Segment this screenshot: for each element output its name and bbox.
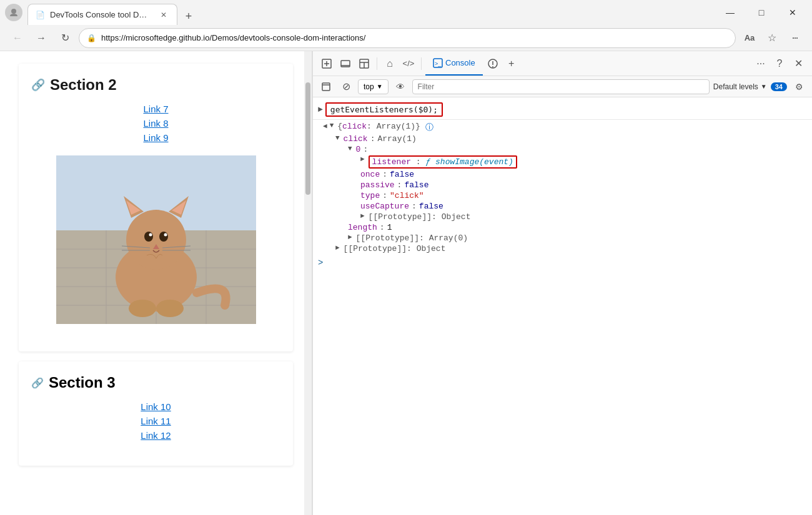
- back-arrow-icon: ◀: [323, 122, 327, 130]
- prototype3-line: ► [[Prototype]]: Object: [323, 243, 807, 254]
- svg-point-19: [164, 233, 167, 237]
- console-command: getEventListeners($0);: [325, 102, 443, 117]
- issues-button[interactable]: [484, 55, 502, 72]
- context-dropdown-icon: ▼: [377, 83, 383, 90]
- context-selector[interactable]: top ▼: [358, 79, 389, 94]
- tab-favicon: 📄: [36, 11, 45, 19]
- prototype2-text: [[Prototype]]: Array(0): [356, 233, 468, 243]
- listener-line: ► listener : ƒ showImage(event): [323, 155, 807, 169]
- tab-bar: 📄 DevTools Console tool DOM inte ✕ +: [27, 0, 711, 25]
- close-button[interactable]: ✕: [778, 2, 807, 22]
- favorites-button[interactable]: ☆: [762, 28, 782, 48]
- maximize-button[interactable]: □: [747, 2, 776, 22]
- tab-title: DevTools Console tool DOM inte: [50, 10, 153, 19]
- clear-console-button[interactable]: [318, 79, 334, 95]
- svg-point-11: [126, 210, 186, 270]
- help-button[interactable]: ?: [771, 55, 788, 72]
- tab-close-button[interactable]: ✕: [158, 9, 169, 21]
- link7[interactable]: Link 7: [143, 104, 168, 114]
- link9[interactable]: Link 9: [143, 132, 168, 143]
- prototype1-text: [[Prototype]]: Object: [369, 212, 471, 222]
- sources-button[interactable]: </>: [400, 55, 417, 72]
- devtools-toolbar: ⌂ </> >_ Console + ··· ? ✕: [313, 51, 812, 76]
- proto2-expand-arrow[interactable]: ►: [348, 233, 352, 241]
- section3-links: Link 10 Link 11 Link 12: [31, 401, 280, 441]
- listener-key: listener: [372, 157, 411, 167]
- back-button[interactable]: ←: [7, 28, 27, 48]
- web-content: 🔗 Section 2 Link 7 Link 8 Link 9: [0, 51, 312, 515]
- nav-icons: Aa ☆ ···: [740, 28, 805, 48]
- index0-expand-arrow[interactable]: ▼: [348, 145, 352, 152]
- passive-value: false: [404, 180, 428, 190]
- profile-icon[interactable]: [5, 4, 22, 21]
- link10[interactable]: Link 10: [141, 401, 171, 412]
- prototype3-text: [[Prototype]]: Object: [344, 244, 446, 253]
- more-tools-button[interactable]: ···: [785, 28, 805, 48]
- address-bar[interactable]: 🔒 https://microsoftedge.github.io/Demos/…: [79, 28, 736, 48]
- section3-title: Section 3: [49, 374, 116, 391]
- reader-mode-button[interactable]: Aa: [740, 28, 760, 48]
- section3-anchor-icon: 🔗: [31, 377, 44, 389]
- lock-icon: 🔒: [87, 34, 96, 42]
- prototype2-line: ► [[Prototype]]: Array(0): [323, 233, 807, 243]
- new-tab-button[interactable]: +: [180, 7, 197, 25]
- tab-console[interactable]: >_ Console: [425, 51, 483, 76]
- forward-button[interactable]: →: [31, 28, 51, 48]
- info-icon: ⓘ: [425, 122, 433, 133]
- message-count-badge: 34: [771, 82, 787, 91]
- console-prompt-symbol: ►: [318, 105, 323, 114]
- nav-bar: ← → ↻ 🔒 https://microsoftedge.github.io/…: [0, 25, 812, 51]
- proto3-expand-arrow[interactable]: ►: [335, 244, 340, 252]
- scrollbar-thumb[interactable]: [305, 82, 310, 195]
- svg-point-18: [149, 233, 152, 237]
- home-button[interactable]: ⌂: [381, 55, 399, 72]
- refresh-button[interactable]: ↻: [55, 28, 75, 48]
- once-key: once: [360, 170, 380, 179]
- more-options-button[interactable]: ···: [752, 55, 770, 72]
- once-value: false: [390, 170, 414, 179]
- length-value: 1: [387, 223, 392, 232]
- once-line: once : false: [323, 169, 807, 180]
- svg-point-17: [159, 232, 168, 242]
- device-emulation-button[interactable]: [337, 55, 354, 72]
- block-button[interactable]: ⊘: [338, 79, 354, 95]
- levels-dropdown[interactable]: Default levels ▼: [713, 82, 767, 91]
- gt-prompt-symbol: >: [318, 258, 323, 268]
- console-settings-button[interactable]: ⚙: [791, 79, 807, 95]
- type-value: "click": [390, 191, 424, 200]
- listener-expand-arrow[interactable]: ►: [360, 155, 365, 163]
- filter-input[interactable]: [412, 79, 710, 94]
- link12[interactable]: Link 12: [141, 430, 171, 441]
- length-key: length: [348, 223, 377, 232]
- svg-point-25: [129, 300, 156, 317]
- browser-chrome: 📄 DevTools Console tool DOM inte ✕ + — □…: [0, 0, 812, 515]
- eye-button[interactable]: 👁: [392, 79, 408, 95]
- click-array-val: Array(1): [377, 134, 416, 144]
- window-controls: — □ ✕: [716, 2, 807, 22]
- link11[interactable]: Link 11: [141, 416, 171, 426]
- levels-dropdown-icon: ▼: [761, 83, 767, 90]
- active-tab[interactable]: 📄 DevTools Console tool DOM inte ✕: [27, 4, 177, 25]
- inspect-element-button[interactable]: [318, 55, 335, 72]
- minimize-button[interactable]: —: [716, 2, 745, 22]
- add-panel-button[interactable]: +: [503, 55, 520, 72]
- passive-key: passive: [360, 180, 395, 190]
- usecapture-value: false: [419, 202, 443, 211]
- passive-line: passive : false: [323, 180, 807, 190]
- type-key: type: [360, 191, 380, 200]
- link8[interactable]: Link 8: [143, 118, 168, 129]
- click-expand-arrow[interactable]: ▼: [335, 134, 340, 142]
- index-0-line: ▼ 0 :: [323, 144, 807, 155]
- console-input-row: ► getEventListeners($0);: [313, 100, 812, 120]
- console-prompt-line: >: [313, 255, 812, 270]
- scrollbar-track[interactable]: [304, 51, 312, 515]
- title-bar: 📄 DevTools Console tool DOM inte ✕ + — □…: [0, 0, 812, 25]
- section2-heading: 🔗 Section 2: [31, 76, 280, 94]
- console-content: ► getEventListeners($0); ◀ ▼ {click: Arr…: [313, 97, 812, 515]
- root-expand-arrow[interactable]: ▼: [330, 122, 334, 129]
- close-devtools-button[interactable]: ✕: [790, 55, 807, 72]
- section2-card: 🔗 Section 2 Link 7 Link 8 Link 9: [19, 64, 293, 351]
- layout-button[interactable]: [355, 55, 373, 72]
- click-array-key: click: [344, 134, 368, 144]
- proto1-expand-arrow[interactable]: ►: [360, 212, 365, 220]
